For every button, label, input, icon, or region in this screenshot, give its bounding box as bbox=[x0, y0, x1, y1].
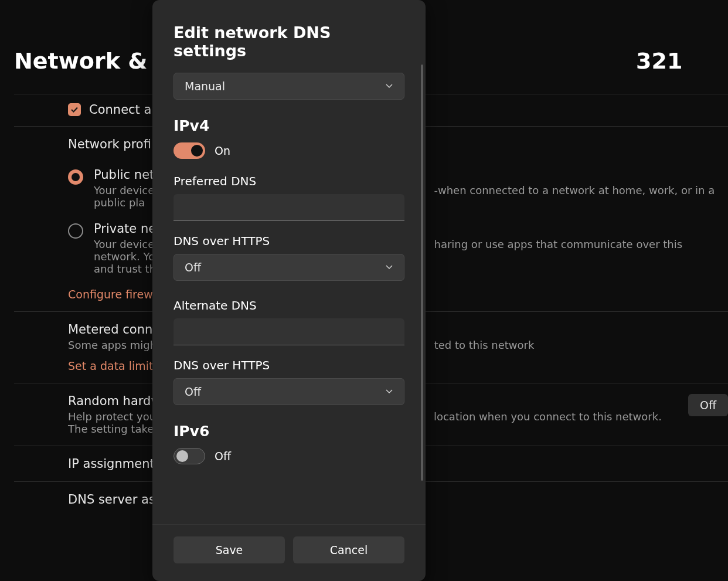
cancel-button[interactable]: Cancel bbox=[293, 536, 404, 563]
connect-automatically-checkbox[interactable] bbox=[68, 103, 81, 116]
preferred-dns-label: Preferred DNS bbox=[174, 174, 404, 188]
chevron-down-icon bbox=[385, 388, 393, 396]
alternate-dns-label: Alternate DNS bbox=[174, 298, 404, 312]
check-icon bbox=[70, 106, 79, 114]
ipv4-heading: IPv4 bbox=[174, 117, 404, 134]
save-button[interactable]: Save bbox=[174, 536, 285, 563]
random-hw-addresses-dropdown[interactable]: Off bbox=[688, 394, 728, 416]
chevron-down-icon bbox=[385, 263, 393, 271]
ipv4-toggle-label: On bbox=[215, 144, 230, 157]
ipv6-toggle-label: Off bbox=[215, 450, 231, 463]
public-network-radio[interactable] bbox=[68, 169, 83, 185]
doh-preferred-select[interactable]: Off bbox=[174, 254, 404, 281]
alternate-dns-input[interactable] bbox=[174, 318, 404, 345]
dns-mode-value: Manual bbox=[185, 80, 225, 93]
connect-auto-label: Connect au bbox=[89, 103, 159, 117]
doh-alternate-select[interactable]: Off bbox=[174, 378, 404, 405]
private-network-radio[interactable] bbox=[68, 223, 83, 239]
ipv6-heading: IPv6 bbox=[174, 423, 404, 440]
dialog-scrollbar[interactable] bbox=[421, 64, 423, 481]
dns-mode-select[interactable]: Manual bbox=[174, 73, 404, 100]
chevron-down-icon bbox=[385, 82, 393, 90]
dialog-title: Edit network DNS settings bbox=[174, 23, 404, 60]
doh-alternate-label: DNS over HTTPS bbox=[174, 358, 404, 372]
doh-preferred-value: Off bbox=[185, 261, 201, 274]
edit-dns-settings-dialog: Edit network DNS settings Manual IPv4 On… bbox=[152, 0, 426, 581]
ipv4-toggle[interactable] bbox=[174, 142, 205, 159]
ipv6-toggle[interactable] bbox=[174, 448, 205, 464]
preferred-dns-input[interactable] bbox=[174, 194, 404, 221]
doh-alternate-value: Off bbox=[185, 385, 201, 398]
doh-preferred-label: DNS over HTTPS bbox=[174, 234, 404, 248]
